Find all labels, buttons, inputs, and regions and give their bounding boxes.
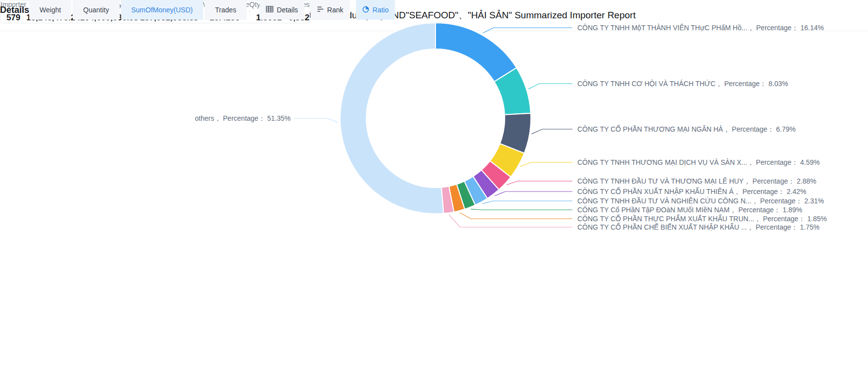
- ratio-donut-chart-area: CÔNG TY TNHH MộT THÀNH VIÊN THựC PHẩM Hồ…: [0, 0, 868, 233]
- donut-chart: CÔNG TY TNHH MộT THÀNH VIÊN THựC PHẩM Hồ…: [0, 0, 868, 233]
- pie-leader-line: [471, 209, 572, 210]
- pie-leader-line: [482, 201, 572, 204]
- pie-leader-line: [507, 181, 572, 185]
- pie-label-8: CÔNG TY CỔ PHẦN THỰC PHẨM XUẤT KHẨU TRUN…: [577, 214, 827, 223]
- pie-label-1: CÔNG TY TNHH CƠ HỘI VÀ THÁCH THỨC， Perce…: [577, 80, 788, 88]
- pie-leader-line: [528, 84, 572, 89]
- pie-slice-0[interactable]: [435, 23, 517, 82]
- pie-leader-line: [520, 162, 572, 167]
- pie-label-10: others， Percentage： 51.35%: [195, 114, 291, 122]
- pie-label-3: CÔNG TY TNHH THƯƠNG MẠI DỊCH VỤ VÀ SẢN X…: [577, 158, 820, 166]
- pie-label-4: CÔNG TY TNHH ĐẦU TƯ VÀ THƯƠNG MẠI LÊ HUY…: [577, 177, 817, 185]
- pie-leader-line: [294, 118, 338, 122]
- pie-label-9: CÔNG TY CỔ PHẦN CHẾ BIẾN XUẤT NHẬP KHẨU …: [577, 223, 820, 231]
- pie-slice-10[interactable]: [340, 23, 443, 214]
- pie-label-2: CÔNG TY CỔ PHẦN THƯƠNG MẠI NGÂN HÀ， Perc…: [577, 125, 796, 133]
- pie-leader-line: [460, 213, 572, 219]
- pie-leader-line: [483, 28, 572, 33]
- pie-leader-line: [531, 129, 572, 134]
- pie-leader-line: [494, 192, 572, 196]
- pie-label-5: CÔNG TY CỔ PHẦN XUẤT NHẬP KHẨU THIÊN Á， …: [577, 187, 806, 195]
- pie-label-0: CÔNG TY TNHH MộT THÀNH VIÊN THựC PHẩM Hồ…: [577, 24, 824, 32]
- pie-label-6: CÔNG TY TNHH ĐẦU TƯ VÀ NGHIÊN CỨU CÔNG N…: [577, 197, 824, 205]
- pie-label-7: CÔNG TY Cổ PHầN TậP ĐOàN MUốI MIềN NAM， …: [577, 206, 802, 214]
